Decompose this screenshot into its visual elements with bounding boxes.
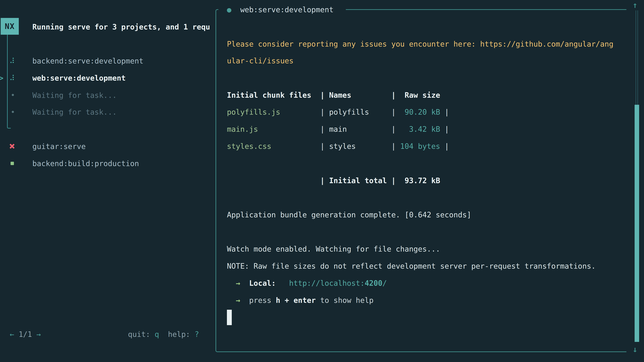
waiting-dot-icon [12, 111, 14, 113]
help-key: ? [194, 330, 199, 339]
pipe-divider: | [320, 125, 325, 134]
nx-terminal-ui: NX Running serve for 3 projects, and 1 r… [0, 0, 644, 362]
local-server-url[interactable]: http://localhost:4200/ [289, 279, 387, 288]
raw-size-note: NOTE: Raw file sizes do not reflect deve… [227, 262, 644, 271]
url-port: 4200 [364, 279, 382, 287]
panel-header: ● web:serve:development [227, 5, 644, 14]
nx-logo: NX [1, 18, 19, 35]
pipe-divider: | [391, 125, 396, 134]
quit-hint-label: quit: [128, 330, 150, 339]
pipe-divider: | [320, 176, 325, 185]
initial-total-size: 93.72 kB [396, 176, 440, 185]
table-row: styles.css | styles | 104 bytes | [227, 142, 644, 151]
chunk-raw-size: 90.20 kB [396, 108, 440, 116]
pipe-divider: | [391, 108, 396, 116]
waiting-dot-icon [12, 94, 14, 96]
chunk-raw-size: 3.42 kB [396, 125, 440, 134]
quit-key: q [155, 330, 159, 339]
chunk-file-name: styles.css [227, 142, 271, 151]
panel-title: web:serve:development [240, 5, 334, 14]
help-hint-label: help: [168, 330, 190, 339]
bundle-complete-message: Application bundle generation complete. … [227, 211, 644, 219]
chunk-name: main [329, 125, 347, 134]
pipe-divider: | [391, 91, 396, 99]
pipe-divider: | [320, 142, 325, 151]
chunk-name: styles [329, 142, 356, 151]
pipe-divider: | [391, 176, 396, 185]
help-hint-keys: h + enter [276, 296, 316, 305]
chunk-file-name: polyfills.js [227, 108, 280, 116]
task-success-icon [10, 162, 14, 165]
task-failed-icon [9, 143, 15, 149]
help-hint-post: to show help [320, 296, 374, 305]
spinner-icon: ⠼ [10, 74, 17, 82]
angular-issue-notice-line-1: Please consider reporting any issues you… [227, 40, 644, 48]
page-next-arrow-icon[interactable]: → [36, 330, 41, 339]
url-slash: / [382, 279, 387, 287]
chunk-file-name: main.js [227, 125, 258, 134]
watch-mode-message: Watch mode enabled. Watching for file ch… [227, 245, 644, 253]
terminal-cursor [227, 310, 232, 325]
help-hint-pre: press [249, 296, 271, 305]
scroll-down-arrow-icon[interactable]: ↓ [632, 345, 638, 354]
table-row: polyfills.js | polyfills | 90.20 kB | [227, 108, 644, 116]
scroll-up-arrow-icon[interactable]: ↑ [632, 1, 638, 9]
col-header-names: Names [329, 91, 351, 99]
local-label: Local: [249, 279, 276, 288]
spinner-icon: ⠼ [10, 57, 17, 65]
arrow-right-icon: → [236, 279, 240, 288]
pipe-divider: | [391, 142, 396, 151]
help-hint-line: → press h + enter to show help [227, 296, 644, 305]
running-dot-icon: ● [227, 5, 232, 14]
page-prev-arrow-icon[interactable]: ← [10, 330, 14, 339]
chunk-name: polyfills [329, 108, 369, 116]
col-header-initial-chunk-files: Initial chunk files [227, 91, 311, 99]
pipe-divider: | [444, 125, 449, 134]
selection-caret-icon: > [0, 74, 4, 82]
pipe-divider: | [444, 108, 449, 116]
pipe-divider: | [320, 108, 325, 116]
table-header-row: Initial chunk files | Names | Raw size [227, 91, 644, 99]
pipe-divider: | [320, 91, 325, 99]
local-server-line: → Local: http://localhost:4200/ [227, 279, 644, 288]
scrollbar-track[interactable] [636, 10, 638, 105]
initial-total-label: Initial total [329, 176, 387, 185]
page-indicator: 1/1 [18, 330, 32, 339]
pipe-divider: | [444, 142, 449, 151]
table-total-row: | Initial total | 93.72 kB [227, 176, 644, 185]
chunk-raw-size: 104 bytes [396, 142, 440, 151]
table-row: main.js | main | 3.42 kB | [227, 125, 644, 134]
scrollbar-thumb[interactable] [634, 105, 639, 342]
page-title: Running serve for 3 projects, and 1 requ [32, 23, 214, 31]
col-header-raw-size: Raw size [405, 91, 440, 99]
arrow-right-icon: → [236, 296, 240, 305]
angular-issue-notice-line-2: ular-cli/issues [227, 56, 644, 65]
url-base: http://localhost: [289, 279, 364, 287]
